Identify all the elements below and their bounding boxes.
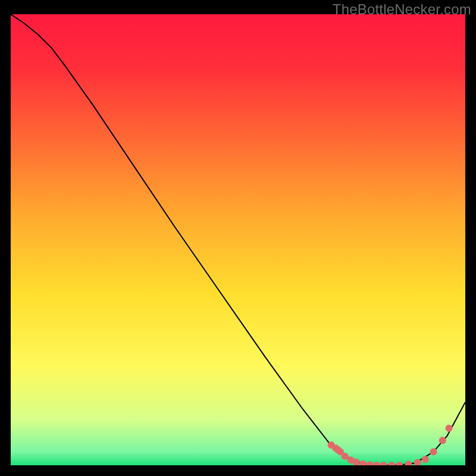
cluster-dot — [439, 437, 446, 444]
cluster-dot — [422, 456, 429, 463]
cluster-dot — [430, 448, 437, 455]
watermark-text: TheBottleNecker.com — [333, 1, 471, 18]
chart-svg — [11, 14, 465, 465]
cluster-dot — [446, 425, 453, 432]
cluster-dot — [342, 453, 349, 460]
plot-area — [11, 14, 465, 465]
chart-frame: TheBottleNecker.com — [0, 0, 476, 476]
gradient-background — [11, 14, 465, 465]
